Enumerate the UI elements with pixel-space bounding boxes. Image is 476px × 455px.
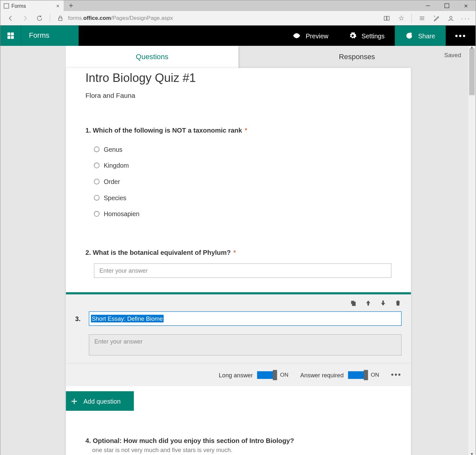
plus-icon: + <box>71 395 77 408</box>
question-tools <box>66 294 411 310</box>
svg-point-1 <box>450 16 452 18</box>
browser-tab[interactable]: Forms × <box>0 0 64 11</box>
refresh-button[interactable] <box>33 11 46 25</box>
radio-icon <box>94 195 99 200</box>
content-area: Questions Responses Saved Intro Biology … <box>0 46 475 455</box>
required-toggle[interactable]: Answer required ON <box>300 371 379 379</box>
reading-view-icon[interactable] <box>380 11 393 25</box>
svg-point-6 <box>296 35 298 37</box>
option-label: Genus <box>104 146 123 153</box>
maximize-button[interactable] <box>437 0 456 11</box>
tab-title: Forms <box>11 3 53 8</box>
url-path: /Pages/DesignPage.aspx <box>111 15 173 21</box>
browser-more-icon[interactable]: · · · <box>458 11 472 25</box>
svg-rect-5 <box>11 36 14 39</box>
titlebar: Forms × + × <box>0 0 475 11</box>
scroll-down-icon[interactable]: ▼ <box>470 452 474 455</box>
tab-questions[interactable]: Questions <box>66 46 239 68</box>
question-more-button[interactable]: ••• <box>391 370 402 379</box>
scrollbar-thumb[interactable] <box>469 48 475 95</box>
q2-answer-input[interactable]: Enter your answer <box>94 263 391 278</box>
radio-icon <box>94 211 99 216</box>
option-label: Order <box>104 178 120 185</box>
address-bar: forms.office.com/Pages/DesignPage.aspx ☆… <box>0 11 475 25</box>
forward-button[interactable] <box>18 11 32 25</box>
preview-button[interactable]: Preview <box>283 25 339 46</box>
url-host: office.com <box>83 15 111 21</box>
question-2[interactable]: 2. What is the botanical equivalent of P… <box>86 249 391 278</box>
q4-text: Optional: How much did you enjoy this se… <box>93 437 294 444</box>
q2-text: What is the botanical equivalent of Phyl… <box>93 249 231 256</box>
q3-answer-area[interactable]: Enter your answer <box>89 334 402 356</box>
toggle-on-icon <box>348 371 367 379</box>
settings-button[interactable]: Settings <box>338 25 395 46</box>
move-down-icon[interactable] <box>379 299 387 308</box>
q2-placeholder: Enter your answer <box>99 267 148 274</box>
window-controls: × <box>418 0 475 11</box>
required-mark: * <box>233 249 236 256</box>
q1-option[interactable]: Genus <box>94 141 391 157</box>
app-bar: Forms Preview Settings Share ••• <box>0 25 475 46</box>
svg-rect-4 <box>7 36 10 39</box>
vertical-scrollbar[interactable]: ▲ ▼ <box>468 46 475 455</box>
q2-number: 2. <box>86 249 91 256</box>
page-icon <box>4 3 9 8</box>
app-more-button[interactable]: ••• <box>446 25 475 46</box>
radio-icon <box>94 146 99 152</box>
required-state: ON <box>371 372 379 378</box>
back-button[interactable] <box>4 11 18 25</box>
minimize-button[interactable] <box>418 0 437 11</box>
add-question-label: Add question <box>83 397 120 405</box>
lock-icon <box>54 11 67 25</box>
tab-responses[interactable]: Responses <box>238 46 475 68</box>
saved-status: Saved <box>444 52 461 58</box>
delete-question-icon[interactable] <box>394 299 402 308</box>
q1-option[interactable]: Species <box>94 189 391 206</box>
svg-rect-3 <box>11 32 14 35</box>
form-tabs: Questions Responses Saved <box>0 46 475 68</box>
close-tab-icon[interactable]: × <box>55 3 60 9</box>
long-answer-toggle[interactable]: Long answer ON <box>219 371 288 379</box>
notes-icon[interactable] <box>430 11 443 25</box>
option-label: Homosapien <box>104 210 139 217</box>
svg-rect-0 <box>59 18 62 20</box>
add-question-button[interactable]: + Add question <box>66 391 134 411</box>
q1-option[interactable]: Order <box>94 173 391 189</box>
question-1[interactable]: 1. Which of the following is NOT a taxon… <box>86 126 391 222</box>
settings-label: Settings <box>362 32 385 39</box>
question-3-edit-card: 3. Short Essay: Define Biome Enter your … <box>66 292 411 386</box>
q3-question-text: Short Essay: Define Biome <box>91 315 164 322</box>
share-button[interactable]: Share <box>395 25 446 46</box>
new-tab-button[interactable]: + <box>64 0 78 11</box>
required-label: Answer required <box>300 371 344 378</box>
question-4[interactable]: 4. Optional: How much did you enjoy this… <box>86 437 391 455</box>
profile-icon[interactable] <box>444 11 458 25</box>
app-brand[interactable]: Forms <box>21 25 79 46</box>
q1-number: 1. <box>86 126 91 134</box>
radio-icon <box>94 162 99 168</box>
q3-question-input[interactable]: Short Essay: Define Biome <box>89 311 402 326</box>
q1-option[interactable]: Kingdom <box>94 157 391 174</box>
required-mark: * <box>245 126 247 134</box>
form-title[interactable]: Intro Biology Quiz #1 <box>86 72 391 85</box>
move-up-icon[interactable] <box>364 299 372 308</box>
form-subtitle[interactable]: Flora and Fauna <box>86 92 391 99</box>
radio-icon <box>94 179 99 184</box>
long-answer-state: ON <box>280 372 288 378</box>
q1-options: Genus Kingdom Order Species Homosapien <box>86 141 391 222</box>
window-close-button[interactable]: × <box>456 0 476 11</box>
tab-questions-label: Questions <box>136 53 168 61</box>
q4-number: 4. <box>86 437 91 444</box>
tab-responses-label: Responses <box>339 53 375 61</box>
q1-option[interactable]: Homosapien <box>94 206 391 222</box>
url-text[interactable]: forms.office.com/Pages/DesignPage.aspx <box>68 15 173 21</box>
copy-question-icon[interactable] <box>350 299 357 308</box>
browser-window: Forms × + × forms.office.com/Pages/Desig… <box>0 0 476 455</box>
favorite-icon[interactable]: ☆ <box>394 11 408 25</box>
app-launcher-icon[interactable] <box>0 25 21 46</box>
option-label: Kingdom <box>104 162 129 169</box>
question-settings-row: Long answer ON Answer required ON ••• <box>66 363 411 386</box>
hub-icon[interactable] <box>415 11 429 25</box>
form-sheet: Intro Biology Quiz #1 Flora and Fauna 1.… <box>66 68 411 455</box>
preview-label: Preview <box>306 32 328 39</box>
